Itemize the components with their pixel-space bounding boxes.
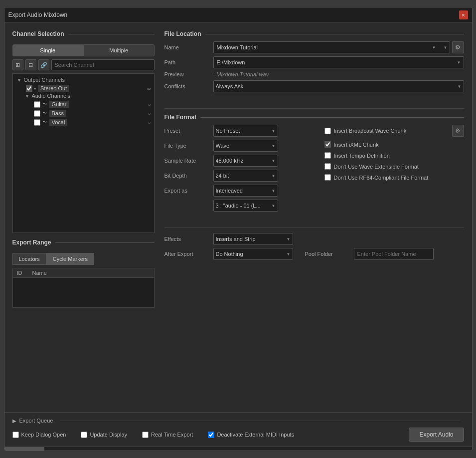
preset-select[interactable]: No Preset: [213, 125, 278, 137]
bass-item: 〜 Bass ○: [24, 109, 151, 118]
preset-row: Preset No Preset: [164, 125, 311, 137]
audio-arrow-icon: ▼: [25, 93, 30, 99]
conflicts-label: Conflicts: [164, 83, 209, 89]
title-bar: Export Audio Mixdown ×: [4, 7, 472, 22]
main-content: Channel Selection Single Multiple ⊞ ⊟ 🔗 …: [4, 22, 472, 412]
format-right-checkboxes: Insert Broadcast Wave Chunk ⚙ Insert iXM…: [324, 125, 464, 215]
sample-rate-select[interactable]: 44.100 kHz 48.000 kHz 96.000 kHz: [213, 155, 278, 167]
divider-1: [164, 108, 464, 109]
cycle-markers-tab[interactable]: Cycle Markers: [46, 253, 94, 265]
after-export-select[interactable]: Do Nothing Open in WaveLab Post Process: [213, 248, 293, 260]
preset-label: Preset: [164, 128, 209, 134]
preview-value: - Mixdown Tutorial.wav: [213, 71, 269, 77]
export-audio-mixdown-dialog: Export Audio Mixdown × Channel Selection…: [4, 7, 473, 451]
file-type-label: File Type: [164, 143, 209, 149]
channel-tree: ▼ Output Channels ▪ Stereo Out ∞ ▼ Audio…: [12, 73, 155, 233]
channel-collapse-all-btn[interactable]: ⊟: [25, 59, 36, 70]
bottom-checkboxes: Keep Dialog Open Update Display Real Tim…: [12, 432, 295, 438]
bit-depth-select[interactable]: 16 bit 24 bit 32 bit float: [213, 170, 278, 182]
bass-label: Bass: [49, 110, 66, 117]
channel-mapping-select[interactable]: 3 : "audio - 01 (L...: [213, 200, 278, 212]
locators-tab[interactable]: Locators: [12, 253, 46, 265]
insert-broadcast-wave-checkbox[interactable]: [324, 128, 331, 134]
left-panel: Channel Selection Single Multiple ⊞ ⊟ 🔗 …: [12, 30, 155, 404]
search-channel-input[interactable]: [51, 59, 155, 70]
output-channels-label: Output Channels: [23, 77, 65, 83]
export-audio-button[interactable]: Export Audio: [409, 428, 464, 442]
right-panel: File Location Name ▼ ⚙ Path: [164, 30, 464, 404]
keep-dialog-open-checkbox[interactable]: [12, 432, 19, 438]
real-time-export-item: Real Time Export: [142, 432, 193, 438]
insert-tempo-checkbox[interactable]: [324, 152, 331, 159]
sample-rate-row: Sample Rate 44.100 kHz 48.000 kHz 96.000…: [164, 155, 311, 167]
file-type-row: File Type Wave AIFF MP3 FLAC: [164, 140, 311, 152]
output-channels-group: ▼ Output Channels: [16, 77, 151, 83]
channel-selection: Channel Selection Single Multiple ⊞ ⊟ 🔗 …: [12, 30, 155, 233]
name-gear-button[interactable]: ⚙: [452, 41, 464, 53]
dont-use-wave-ext-row: Don't Use Wave Extensible Format: [324, 163, 464, 170]
conflicts-row: Conflicts Always Ask Create Unique Name …: [164, 80, 464, 92]
pool-folder-label: Pool Folder: [305, 251, 350, 257]
name-row: Name ▼ ⚙: [164, 41, 464, 53]
tab-single[interactable]: Single: [12, 44, 84, 56]
update-display-checkbox[interactable]: [81, 432, 87, 438]
file-format-section: File Format Preset No Preset: [164, 114, 464, 215]
export-queue-label: Export Queue: [19, 418, 53, 424]
path-input[interactable]: [213, 56, 464, 68]
channel-tab-row: Single Multiple: [12, 44, 155, 56]
file-location-section: File Location Name ▼ ⚙ Path: [164, 30, 464, 95]
export-queue-row: ▶ Export Queue: [12, 418, 464, 424]
deactivate-midi-item: Deactivate External MIDI Inputs: [208, 432, 294, 438]
conflicts-select[interactable]: Always Ask Create Unique Name Replace: [213, 80, 464, 92]
stereo-out-checkbox[interactable]: [26, 85, 32, 92]
insert-broadcast-wave-label: Insert Broadcast Wave Chunk: [334, 128, 407, 134]
stereo-out-label: Stereo Out: [38, 85, 69, 92]
guitar-wave-icon: 〜: [42, 101, 47, 108]
dont-use-rf64-row: Don't Use RF64-Compliant File Format: [324, 174, 464, 181]
range-tabs: Locators Cycle Markers: [12, 253, 155, 265]
keep-dialog-open-item: Keep Dialog Open: [12, 432, 66, 438]
channel-link-btn[interactable]: 🔗: [38, 59, 49, 70]
insert-tempo-label: Insert Tempo Definition: [334, 153, 390, 159]
file-format-row: Preset No Preset File Type: [164, 125, 464, 215]
vocal-label: Vocal: [49, 119, 68, 126]
broadcast-wave-gear-btn[interactable]: ⚙: [452, 125, 464, 137]
bass-checkbox[interactable]: [34, 110, 40, 117]
path-label: Path: [164, 59, 209, 65]
effects-select[interactable]: Inserts and Strip Dry Channel Strip: [213, 233, 293, 245]
name-field-row: ▼ ⚙: [213, 41, 464, 53]
dont-use-rf64-label: Don't Use RF64-Compliant File Format: [334, 175, 429, 181]
tab-multiple[interactable]: Multiple: [83, 44, 155, 56]
col-name: Name: [32, 270, 47, 276]
name-input[interactable]: [213, 41, 450, 53]
dont-use-wave-ext-checkbox[interactable]: [324, 163, 331, 170]
export-as-select[interactable]: Interleaved Split Channels: [213, 185, 278, 197]
scrollbar-thumb[interactable]: [4, 447, 44, 451]
name-label: Name: [164, 44, 209, 50]
insert-ixml-label: Insert iXML Chunk: [334, 142, 379, 148]
insert-tempo-row: Insert Tempo Definition: [324, 152, 464, 159]
dont-use-wave-ext-label: Don't Use Wave Extensible Format: [334, 164, 419, 170]
guitar-checkbox[interactable]: [34, 101, 40, 108]
effects-row: Effects Inserts and Strip Dry Channel St…: [164, 233, 464, 245]
close-button[interactable]: ×: [459, 10, 468, 19]
vocal-checkbox[interactable]: [34, 119, 40, 126]
deactivate-midi-label: Deactivate External MIDI Inputs: [217, 432, 294, 438]
insert-ixml-checkbox[interactable]: [324, 141, 331, 148]
real-time-export-checkbox[interactable]: [142, 432, 149, 438]
bass-wave-icon: 〜: [42, 110, 47, 117]
deactivate-midi-checkbox[interactable]: [208, 432, 214, 438]
channel-expand-all-btn[interactable]: ⊞: [12, 59, 23, 70]
path-row: Path ▼: [164, 56, 464, 68]
effects-label: Effects: [164, 236, 209, 242]
channel-toolbar: ⊞ ⊟ 🔗: [12, 59, 155, 70]
dont-use-rf64-checkbox[interactable]: [324, 174, 331, 181]
file-type-select[interactable]: Wave AIFF MP3 FLAC: [213, 140, 278, 152]
after-export-label: After Export: [164, 251, 209, 257]
pool-folder-input[interactable]: [354, 248, 434, 260]
export-as-label: Export as: [164, 188, 209, 194]
update-display-item: Update Display: [81, 432, 127, 438]
insert-ixml-row: Insert iXML Chunk: [324, 141, 464, 148]
divider-2: [164, 228, 464, 228]
output-arrow-icon: ▼: [17, 77, 22, 83]
